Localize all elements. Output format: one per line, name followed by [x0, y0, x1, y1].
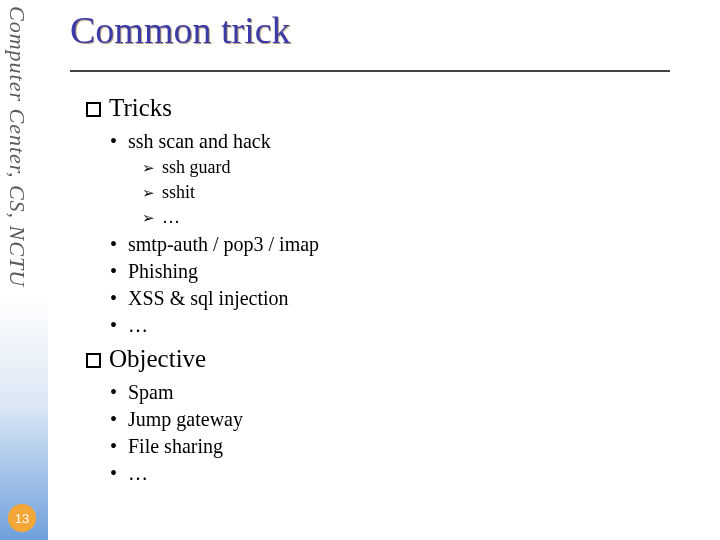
section-heading-objective: Objective: [86, 345, 690, 373]
sub-list-item: ssh guard: [162, 155, 690, 180]
checkbox-icon: [86, 102, 101, 117]
objective-list: Spam Jump gateway File sharing …: [128, 379, 690, 487]
list-item: …: [128, 312, 690, 339]
sub-list: ssh guard sshit …: [162, 155, 690, 231]
list-item-label: Spam: [128, 381, 174, 403]
list-item: Spam: [128, 379, 690, 406]
list-item-label: smtp-auth / pop3 / imap: [128, 233, 319, 255]
list-item-label: ssh scan and hack: [128, 130, 271, 152]
sub-list-item: …: [162, 205, 690, 230]
list-item-label: Phishing: [128, 260, 198, 282]
sub-list-item-label: sshit: [162, 182, 195, 202]
slide-content: Common trick Tricks ssh scan and hack ss…: [60, 0, 700, 487]
institution-label: Computer Center, CS, NCTU: [4, 6, 30, 287]
list-item-label: …: [128, 462, 148, 484]
checkbox-icon: [86, 353, 101, 368]
list-item-label: Jump gateway: [128, 408, 243, 430]
list-item-label: File sharing: [128, 435, 223, 457]
list-item: …: [128, 460, 690, 487]
list-item: Jump gateway: [128, 406, 690, 433]
list-item-label: XSS & sql injection: [128, 287, 289, 309]
section-heading-tricks: Tricks: [86, 94, 690, 122]
list-item: smtp-auth / pop3 / imap: [128, 231, 690, 258]
section-heading-label: Tricks: [109, 94, 172, 121]
sidebar: Computer Center, CS, NCTU 13: [0, 0, 48, 540]
section-heading-label: Objective: [109, 345, 206, 372]
page-number-badge: 13: [8, 504, 36, 532]
list-item: XSS & sql injection: [128, 285, 690, 312]
sub-list-item: sshit: [162, 180, 690, 205]
list-item: ssh scan and hack: [128, 128, 690, 155]
sub-list-item-label: ssh guard: [162, 157, 231, 177]
tricks-list: ssh scan and hack ssh guard sshit … smtp…: [128, 128, 690, 339]
list-item: File sharing: [128, 433, 690, 460]
list-item: Phishing: [128, 258, 690, 285]
list-item-label: …: [128, 314, 148, 336]
title-divider: [70, 70, 670, 72]
sub-list-item-label: …: [162, 207, 180, 227]
page-title: Common trick: [70, 8, 690, 52]
